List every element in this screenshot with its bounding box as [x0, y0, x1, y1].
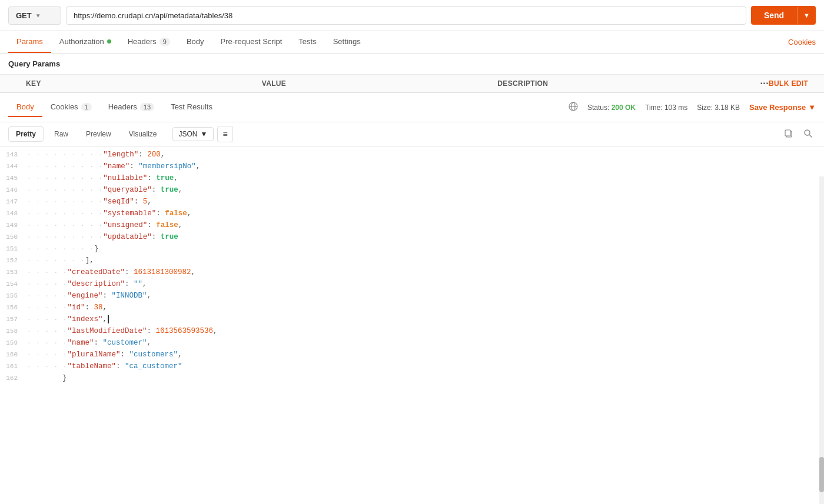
filter-icon[interactable]: ≡: [217, 126, 232, 142]
json-line: 156· · · · ·"id": 38,: [0, 302, 824, 313]
tab-tests-label: Tests: [298, 37, 316, 46]
json-line: 157· · · · ·"indexs",: [0, 313, 824, 325]
tab-headers[interactable]: Headers 9: [119, 31, 178, 53]
json-line: 148· · · · · · · · ·"systemable": false,: [0, 208, 824, 219]
col-value-header: VALUE: [262, 79, 498, 88]
svg-line-6: [809, 135, 812, 137]
resp-tab-cookies-label: Cookies: [51, 102, 78, 111]
fmt-tab-preview[interactable]: Preview: [79, 127, 118, 141]
send-label: Send: [751, 6, 797, 25]
bulk-edit-button[interactable]: Bulk Edit: [769, 79, 808, 88]
col-desc-header: DESCRIPTION: [497, 79, 733, 88]
tab-authorization[interactable]: Authorization: [51, 31, 119, 53]
query-params-section: Query Params: [0, 54, 824, 75]
time-label: Time: 103 ms: [645, 104, 687, 112]
json-line: 151· · · · · · · ·}: [0, 243, 824, 255]
format-bar: Pretty Raw Preview Visualize JSON ▼ ≡: [0, 122, 824, 146]
json-line: 158· · · · ·"lastModifiedDate": 16135635…: [0, 325, 824, 337]
json-line: 147· · · · · · · · ·"seqId": 5,: [0, 196, 824, 208]
json-line: 150· · · · · · · · ·"updatable": true: [0, 231, 824, 243]
tab-body-label: Body: [187, 37, 204, 46]
json-line: 155· · · · ·"engine": "INNODB",: [0, 290, 824, 302]
col-key-header: KEY: [26, 79, 262, 88]
globe-icon: [569, 102, 578, 113]
method-dropdown[interactable]: GET ▼: [8, 6, 61, 25]
json-line: 161· · · · ·"tableName": "ca_customer": [0, 361, 824, 372]
json-line: 144· · · · · · · · ·"name": "membersipNo…: [0, 161, 824, 172]
url-bar: GET ▼ Send ▼: [0, 0, 824, 31]
resp-tab-test-results-label: Test Results: [171, 102, 212, 111]
json-line: 153· · · · ·"createdDate": 1613181300982…: [0, 266, 824, 278]
send-chevron-icon[interactable]: ▼: [797, 7, 816, 24]
fmt-tab-raw[interactable]: Raw: [47, 127, 75, 141]
resp-tab-cookies[interactable]: Cookies 1: [42, 98, 100, 117]
response-bar: Body Cookies 1 Headers 13 Test Results S…: [0, 93, 824, 122]
authorization-active-dot: [107, 39, 111, 44]
json-line: 146· · · · · · · · ·"queryable": true,: [0, 184, 824, 196]
json-line: 159· · · · ·"name": "customer",: [0, 337, 824, 349]
tab-prerequest-label: Pre-request Script: [221, 37, 283, 46]
cookies-link[interactable]: Cookies: [788, 38, 816, 46]
size-value: 3.18 KB: [715, 104, 740, 112]
resp-tab-body-label: Body: [16, 102, 34, 111]
resp-headers-badge: 13: [140, 103, 154, 111]
json-line: 149· · · · · · · · ·"unsigned": false,: [0, 219, 824, 231]
request-tabs: Params Authorization Headers 9 Body Pre-…: [0, 31, 824, 54]
svg-rect-4: [785, 130, 790, 136]
response-meta: Status: 200 OK Time: 103 ms Size: 3.18 K…: [569, 102, 816, 113]
tab-settings-label: Settings: [333, 37, 361, 46]
json-line: 160· · · · ·"pluralName": "customers",: [0, 349, 824, 361]
method-chevron-icon: ▼: [35, 12, 41, 19]
resp-tab-body[interactable]: Body: [8, 98, 42, 117]
save-response-chevron-icon: ▼: [808, 103, 816, 112]
resp-tab-test-results[interactable]: Test Results: [162, 98, 221, 117]
tab-headers-label: Headers: [128, 37, 157, 46]
more-options-icon[interactable]: ···: [760, 78, 769, 89]
status-label: Status: 200 OK: [587, 104, 636, 112]
tab-body[interactable]: Body: [178, 31, 212, 53]
send-button[interactable]: Send ▼: [751, 6, 816, 25]
tab-params-label: Params: [16, 37, 43, 46]
json-line: 143· · · · · · · · ·"length": 200,: [0, 149, 824, 161]
tab-prerequest[interactable]: Pre-request Script: [212, 31, 291, 53]
json-line: 162}: [0, 372, 824, 384]
fmt-tab-pretty[interactable]: Pretty: [8, 126, 44, 142]
resp-tab-headers[interactable]: Headers 13: [100, 98, 162, 117]
copy-icon[interactable]: [780, 126, 796, 142]
tab-params[interactable]: Params: [8, 31, 51, 53]
format-type-dropdown[interactable]: JSON ▼: [172, 127, 214, 141]
format-dropdown-chevron-icon: ▼: [201, 130, 208, 138]
json-line: 145· · · · · · · · ·"nullable": true,: [0, 172, 824, 184]
url-input[interactable]: [66, 6, 746, 25]
method-label: GET: [16, 11, 32, 20]
tab-tests[interactable]: Tests: [290, 31, 324, 53]
size-label: Size: 3.18 KB: [697, 104, 740, 112]
json-response-view: 143· · · · · · · · ·"length": 200,144· ·…: [0, 146, 824, 386]
resp-tab-headers-label: Headers: [108, 102, 137, 111]
params-table-header: KEY VALUE DESCRIPTION ··· Bulk Edit: [0, 75, 824, 93]
json-line: 152· · · · · · ·],: [0, 255, 824, 266]
time-value: 103 ms: [664, 104, 687, 112]
fmt-tab-visualize[interactable]: Visualize: [122, 127, 164, 141]
query-params-title: Query Params: [8, 59, 60, 68]
tab-settings[interactable]: Settings: [325, 31, 369, 53]
tab-authorization-label: Authorization: [59, 37, 104, 46]
status-value: 200 OK: [612, 104, 636, 112]
scrollbar-track[interactable]: [819, 176, 824, 386]
headers-badge: 9: [160, 38, 170, 46]
format-type-label: JSON: [179, 130, 198, 138]
cookies-badge: 1: [81, 103, 92, 111]
save-response-button[interactable]: Save Response ▼: [749, 103, 816, 112]
search-icon[interactable]: [800, 126, 816, 142]
json-line: 154· · · · ·"description": "",: [0, 278, 824, 290]
